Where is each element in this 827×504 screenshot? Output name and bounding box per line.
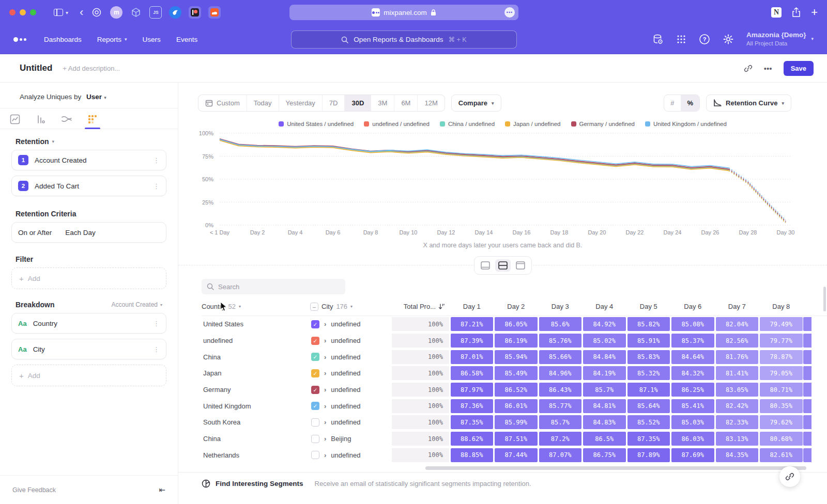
legend-item[interactable]: China / undefined: [440, 121, 495, 127]
view-toggle-table-focus[interactable]: [513, 259, 528, 272]
view-toggle-split[interactable]: [495, 259, 511, 272]
settings-gear-icon[interactable]: [723, 34, 734, 45]
add-description-button[interactable]: + Add description...: [63, 65, 120, 72]
day-column-header[interactable]: Day 5: [626, 303, 671, 310]
table-search-input[interactable]: Search: [202, 279, 345, 294]
close-window-button[interactable]: [9, 9, 16, 15]
city-column-header[interactable]: – City176▾: [304, 303, 392, 311]
extension-bird-icon[interactable]: [169, 6, 181, 19]
browser-address-bar[interactable]: mixpanel.com •••: [289, 5, 518, 20]
day-column-header[interactable]: Day 7: [715, 303, 759, 310]
retention-chart[interactable]: 0%25%50%75%100%< 1 DayDay 2Day 4Day 6Day…: [178, 128, 827, 238]
series-checkbox[interactable]: ✓: [311, 386, 319, 394]
nav-reports[interactable]: Reports▾: [97, 36, 127, 43]
tab-funnels[interactable]: [34, 114, 48, 129]
range-3m[interactable]: 3M: [371, 95, 394, 111]
expand-row-icon[interactable]: ›: [324, 418, 326, 426]
minimize-window-button[interactable]: [20, 9, 26, 15]
project-switcher[interactable]: Amazonia {Demo}All Project Data ▾: [746, 31, 814, 47]
range-30d[interactable]: 30D: [345, 95, 371, 111]
extension-js-icon[interactable]: JS: [149, 6, 162, 19]
expand-row-icon[interactable]: ›: [324, 369, 326, 377]
percentage-mode-button[interactable]: %: [681, 95, 700, 111]
legend-item[interactable]: Germany / undefined: [571, 121, 635, 127]
pinned-tab-soundcloud-icon[interactable]: [208, 6, 221, 19]
address-bar-more-button[interactable]: •••: [504, 7, 515, 18]
series-checkbox[interactable]: ✓: [311, 320, 319, 328]
share-icon[interactable]: [792, 7, 801, 18]
series-checkbox[interactable]: ✓: [311, 337, 319, 345]
expand-row-icon[interactable]: ›: [324, 337, 326, 344]
apps-grid-icon[interactable]: [676, 34, 686, 44]
range-yesterday[interactable]: Yesterday: [279, 95, 323, 111]
range-6m[interactable]: 6M: [394, 95, 418, 111]
total-column-header[interactable]: Total Pro...: [392, 303, 450, 310]
breakdown-options-kebab-icon[interactable]: ⋮: [153, 345, 160, 353]
copy-link-icon[interactable]: [744, 64, 753, 73]
add-breakdown-button[interactable]: +Add: [11, 365, 166, 386]
day-column-header[interactable]: Day 8: [759, 303, 804, 310]
expand-row-icon[interactable]: ›: [324, 353, 326, 361]
notion-extension-icon[interactable]: N: [771, 7, 782, 18]
day-column-header[interactable]: Day 1: [450, 303, 494, 310]
series-checkbox[interactable]: ✓: [311, 402, 319, 410]
country-column-header[interactable]: Country52▾: [202, 303, 304, 310]
new-tab-button[interactable]: +: [811, 6, 818, 19]
day-column-header[interactable]: Day 6: [671, 303, 715, 310]
day-column-header[interactable]: Day 2: [494, 303, 539, 310]
share-link-fab[interactable]: [779, 466, 800, 487]
expand-row-icon[interactable]: ›: [324, 402, 326, 410]
nav-dashboards[interactable]: Dashboards: [44, 36, 82, 43]
help-icon[interactable]: ?: [699, 34, 710, 45]
range-custom[interactable]: Custom: [198, 95, 247, 111]
extension-cube-icon[interactable]: [130, 6, 142, 19]
breakdown-city[interactable]: Aa City ⋮: [11, 339, 166, 359]
absolute-mode-button[interactable]: #: [664, 95, 681, 111]
day-column-header[interactable]: Day 4: [583, 303, 627, 310]
add-filter-button[interactable]: +Add: [11, 267, 166, 289]
breakdown-scope-dropdown[interactable]: Account Created▾: [112, 301, 162, 308]
range-today[interactable]: Today: [247, 95, 279, 111]
mixpanel-logo[interactable]: [13, 37, 26, 42]
pinned-tab-patreon-icon[interactable]: [189, 6, 201, 19]
criteria-interval-dropdown[interactable]: Each Day: [65, 229, 96, 237]
series-checkbox[interactable]: [311, 451, 319, 459]
chart-type-dropdown[interactable]: Retention Curve▾: [706, 94, 791, 112]
tab-flows[interactable]: [60, 114, 73, 129]
expand-row-icon[interactable]: ›: [324, 320, 326, 328]
analyze-value-dropdown[interactable]: User: [86, 93, 102, 101]
horizontal-scrollbar[interactable]: [425, 466, 806, 470]
save-button[interactable]: Save: [784, 61, 814, 76]
tab-retention[interactable]: [86, 114, 99, 129]
day-column-header[interactable]: Day 3: [538, 303, 583, 310]
global-search-button[interactable]: Open Reports & Dashboards ⌘ + K: [291, 30, 517, 49]
data-management-icon[interactable]: [652, 34, 664, 45]
retention-section-heading[interactable]: Retention▾: [16, 137, 162, 146]
report-title[interactable]: Untitled: [20, 63, 52, 73]
extension-ring-icon[interactable]: [90, 6, 103, 19]
expand-row-icon[interactable]: ›: [324, 435, 326, 443]
view-toggle-chart-focus[interactable]: [478, 259, 493, 272]
series-checkbox[interactable]: ✓: [311, 353, 319, 361]
compare-button[interactable]: Compare▾: [451, 94, 501, 112]
retention-step-2[interactable]: 2 Added To Cart ⋮: [11, 176, 166, 196]
browser-sidebar-toggle[interactable]: ▾: [54, 9, 68, 16]
step-options-kebab-icon[interactable]: ⋮: [153, 182, 160, 190]
tab-insights[interactable]: [8, 114, 22, 129]
breakdown-options-kebab-icon[interactable]: ⋮: [153, 320, 160, 327]
nav-events[interactable]: Events: [176, 36, 197, 43]
criteria-mode-dropdown[interactable]: On or After: [18, 229, 52, 237]
legend-item[interactable]: United States / undefined: [279, 121, 354, 127]
breakdown-country[interactable]: Aa Country ⋮: [11, 313, 166, 334]
find-segments-button[interactable]: Find Interesting Segments: [202, 479, 303, 488]
retention-step-1[interactable]: 1 Account Created ⋮: [11, 150, 166, 170]
series-checkbox[interactable]: [311, 418, 319, 427]
legend-item[interactable]: undefined / undefined: [364, 121, 430, 127]
series-checkbox[interactable]: [311, 435, 319, 443]
step-options-kebab-icon[interactable]: ⋮: [153, 156, 160, 164]
zoom-window-button[interactable]: [30, 9, 36, 15]
nav-users[interactable]: Users: [143, 36, 161, 43]
select-all-checkbox[interactable]: –: [310, 303, 318, 311]
legend-item[interactable]: Japan / undefined: [505, 121, 560, 127]
collapse-sidebar-icon[interactable]: ⇤: [159, 485, 165, 495]
